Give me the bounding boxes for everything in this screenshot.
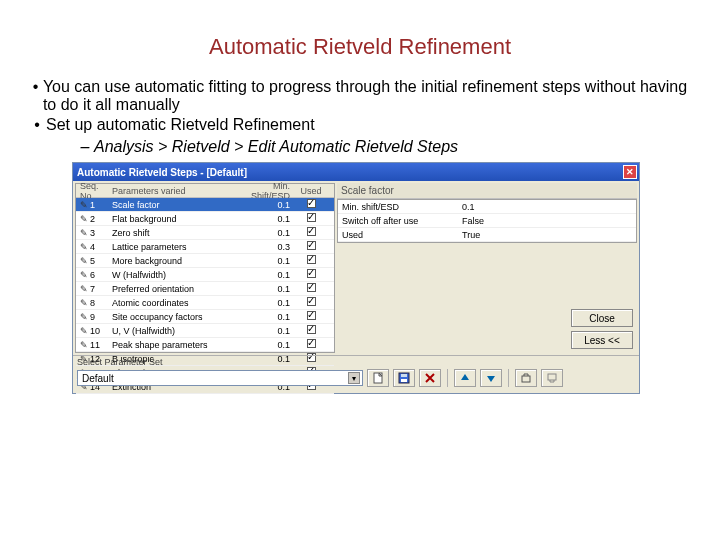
properties-title: Scale factor: [337, 183, 637, 199]
bullet-text: Set up automatic Rietveld Refinement: [46, 116, 315, 134]
up-icon[interactable]: [454, 369, 476, 387]
checkbox-icon[interactable]: [307, 311, 316, 320]
close-button[interactable]: Close: [571, 309, 633, 327]
dialog-title: Automatic Rietveld Steps - [Default]: [77, 167, 247, 178]
steps-table[interactable]: Seq. No. Parameters varied Min. Shift/ES…: [75, 183, 335, 353]
export-icon[interactable]: [515, 369, 537, 387]
bullet-list: • You can use automatic fitting to progr…: [28, 78, 692, 156]
bottom-label: Select Parameter Set: [77, 357, 635, 367]
checkbox-icon[interactable]: [307, 269, 316, 278]
svg-rect-2: [401, 379, 407, 382]
col-par: Parameters varied: [112, 186, 240, 196]
checkbox-icon[interactable]: [307, 255, 316, 264]
table-row[interactable]: ✎5More background0.1: [76, 254, 334, 268]
combo-value: Default: [82, 373, 114, 384]
dash-icon: –: [76, 138, 94, 156]
bullet-1: • You can use automatic fitting to progr…: [28, 78, 692, 114]
checkbox-icon[interactable]: [307, 213, 316, 222]
checkbox-icon[interactable]: [307, 227, 316, 236]
bottom-bar: Select Parameter Set Default ▾: [73, 355, 639, 393]
table-row[interactable]: ✎8Atomic coordinates0.1: [76, 296, 334, 310]
bullet-2: • Set up automatic Rietveld Refinement: [28, 116, 692, 134]
bullet-dot: •: [28, 116, 46, 134]
titlebar[interactable]: Automatic Rietveld Steps - [Default] ✕: [73, 163, 639, 181]
checkbox-icon[interactable]: [307, 199, 316, 208]
sub-bullet: – Analysis > Rietveld > Edit Automatic R…: [76, 138, 692, 156]
delete-icon[interactable]: [419, 369, 441, 387]
checkbox-icon[interactable]: [307, 325, 316, 334]
col-used: Used: [296, 186, 326, 196]
new-icon[interactable]: [367, 369, 389, 387]
checkbox-icon[interactable]: [307, 241, 316, 250]
property-row[interactable]: Min. shift/ESD0.1: [338, 200, 636, 214]
bullet-text: You can use automatic fitting to progres…: [43, 78, 692, 114]
checkbox-icon[interactable]: [307, 283, 316, 292]
save-icon[interactable]: [393, 369, 415, 387]
table-row[interactable]: ✎2Flat background0.1: [76, 212, 334, 226]
checkbox-icon[interactable]: [307, 297, 316, 306]
bullet-dot: •: [28, 78, 43, 96]
checkbox-icon[interactable]: [307, 339, 316, 348]
import-icon[interactable]: [541, 369, 563, 387]
less-button[interactable]: Less <<: [571, 331, 633, 349]
table-header: Seq. No. Parameters varied Min. Shift/ES…: [76, 184, 334, 198]
table-row[interactable]: ✎9Site occupancy factors0.1: [76, 310, 334, 324]
close-icon[interactable]: ✕: [623, 165, 637, 179]
svg-rect-4: [522, 376, 530, 382]
page-title: Automatic Rietveld Refinement: [0, 34, 720, 60]
table-row[interactable]: ✎11Peak shape parameters0.1: [76, 338, 334, 352]
properties-grid[interactable]: Min. shift/ESD0.1Switch off after useFal…: [337, 199, 637, 243]
table-row[interactable]: ✎4Lattice parameters0.3: [76, 240, 334, 254]
dialog-window: Automatic Rietveld Steps - [Default] ✕ S…: [72, 162, 640, 394]
separator: [508, 369, 509, 387]
table-row[interactable]: ✎7Preferred orientation0.1: [76, 282, 334, 296]
property-row[interactable]: Switch off after useFalse: [338, 214, 636, 228]
property-row[interactable]: UsedTrue: [338, 228, 636, 242]
table-row[interactable]: ✎3Zero shift0.1: [76, 226, 334, 240]
parameter-set-combo[interactable]: Default ▾: [77, 370, 363, 386]
table-row[interactable]: ✎10U, V (Halfwidth)0.1: [76, 324, 334, 338]
svg-rect-3: [401, 374, 407, 377]
svg-rect-5: [548, 374, 556, 380]
table-row[interactable]: ✎6W (Halfwidth)0.1: [76, 268, 334, 282]
chevron-down-icon[interactable]: ▾: [348, 372, 360, 384]
sub-bullet-text: Analysis > Rietveld > Edit Automatic Rie…: [94, 138, 458, 156]
table-row[interactable]: ✎1Scale factor0.1: [76, 198, 334, 212]
separator: [447, 369, 448, 387]
down-icon[interactable]: [480, 369, 502, 387]
